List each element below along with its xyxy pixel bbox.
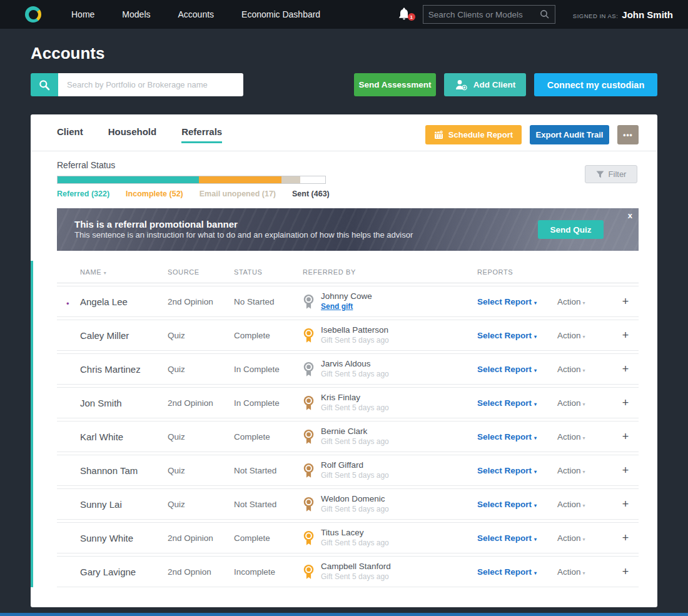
nav-item-economic-dashboard[interactable]: Economic Dashbard: [241, 9, 320, 19]
export-audit-trail-button[interactable]: Export Audit Trail: [530, 125, 609, 144]
referrer-sub[interactable]: Gift Sent 5 days ago: [321, 403, 389, 413]
add-client-button[interactable]: Add Client: [444, 73, 526, 96]
add-row-button[interactable]: +: [612, 565, 639, 578]
schedule-report-label: Schedule Report: [448, 130, 513, 139]
add-row-button[interactable]: +: [612, 363, 639, 376]
signed-in-area: SIGNED IN AS: John Smith: [573, 9, 673, 20]
status-cell: Complete: [234, 331, 303, 340]
action-dropdown[interactable]: Action▾: [557, 533, 612, 543]
referral-status-title: Referral Status: [57, 160, 639, 170]
referred-by-cell: Weldon Domenic Gift Sent 5 days ago: [303, 494, 477, 514]
nav-item-accounts[interactable]: Accounts: [178, 9, 215, 19]
schedule-report-button[interactable]: Schedule Report: [425, 125, 522, 144]
action-dropdown[interactable]: Action▾: [557, 466, 612, 475]
nav-item-models[interactable]: Models: [122, 9, 150, 19]
action-dropdown[interactable]: Action▾: [557, 365, 612, 374]
main-nav: Home Models Accounts Economic Dashbard: [71, 9, 320, 19]
referred-by-cell: Isebella Patterson Gift Sent 5 days ago: [303, 325, 477, 345]
select-report-link[interactable]: Select Report▾: [477, 466, 557, 475]
send-assessment-button[interactable]: Send Assessment: [354, 73, 436, 96]
column-header-source: SOURCE: [168, 268, 234, 276]
referral-status-section: Referral Status Referred (322)Incomplete…: [57, 151, 639, 198]
tab-client[interactable]: Client: [57, 126, 83, 143]
column-header-reports: REPORTS: [477, 268, 557, 276]
send-quiz-button[interactable]: Send Quiz: [538, 220, 604, 239]
search-icon-button[interactable]: [31, 73, 58, 96]
client-name: Sunny White: [80, 533, 133, 543]
referrer-sub[interactable]: Send gift: [321, 302, 372, 311]
user-name[interactable]: John Smith: [622, 9, 673, 20]
action-dropdown[interactable]: Action▾: [557, 432, 612, 442]
connect-custodian-button[interactable]: Connect my custodian: [534, 73, 657, 96]
banner-close-icon[interactable]: x: [628, 210, 632, 221]
client-name: Shannon Tam: [80, 465, 138, 476]
referrer-sub[interactable]: Gift Sent 5 days ago: [321, 437, 389, 447]
table-row: • Shannon Tam Quiz Not Started Rolf Giff…: [57, 455, 639, 486]
referrer-sub[interactable]: Gift Sent 5 days ago: [321, 336, 389, 345]
add-client-label: Add Client: [473, 80, 516, 89]
select-report-link[interactable]: Select Report▾: [477, 567, 557, 577]
tab-referrals[interactable]: Referrals: [181, 126, 222, 143]
action-dropdown[interactable]: Action▾: [557, 398, 612, 408]
column-header-status: STATUS: [234, 268, 303, 276]
select-report-link[interactable]: Select Report▾: [477, 432, 557, 442]
add-row-button[interactable]: +: [612, 396, 639, 410]
notifications-button[interactable]: 1: [398, 7, 412, 22]
add-row-button[interactable]: +: [612, 430, 639, 443]
brand-logo-icon[interactable]: [25, 6, 41, 23]
select-report-link[interactable]: Select Report▾: [477, 533, 557, 543]
signed-in-label: SIGNED IN AS:: [573, 13, 619, 19]
legend-referred: Referred (322): [57, 189, 109, 198]
tab-bar: Client Household Referrals: [57, 126, 222, 143]
add-row-button[interactable]: +: [612, 329, 639, 342]
source-cell: Quiz: [168, 432, 234, 442]
select-report-link[interactable]: Select Report▾: [477, 331, 557, 340]
select-report-link[interactable]: Select Report▾: [477, 297, 557, 306]
tab-household[interactable]: Household: [108, 126, 157, 143]
referrer-sub[interactable]: Gift Sent 5 days ago: [321, 538, 389, 548]
ellipsis-icon: •••: [623, 131, 633, 139]
more-options-button[interactable]: •••: [617, 125, 639, 144]
action-dropdown[interactable]: Action▾: [557, 297, 612, 306]
select-report-link[interactable]: Select Report▾: [477, 500, 557, 509]
source-cell: 2nd Opnion: [168, 567, 234, 577]
add-row-button[interactable]: +: [612, 532, 639, 545]
referred-by-cell: Jarvis Aldous Gift Sent 5 days ago: [303, 359, 477, 379]
calendar-icon: [434, 130, 443, 139]
add-row-button[interactable]: +: [612, 498, 639, 511]
filter-button[interactable]: Filter: [585, 165, 637, 183]
referrer-sub[interactable]: Gift Sent 5 days ago: [321, 370, 389, 379]
status-cell: In Complete: [234, 365, 303, 374]
medal-icon: [303, 395, 315, 411]
referred-by-cell: Bernie Clark Gift Sent 5 days ago: [303, 427, 477, 447]
status-cell: In Complete: [234, 398, 303, 408]
client-name-cell: • Karl White: [80, 432, 168, 442]
referrer-name: Campbell Stanford: [321, 562, 391, 572]
table-row: • Caley Miller Quiz Complete Isebella Pa…: [57, 320, 639, 351]
portfolio-search-input[interactable]: [58, 73, 243, 96]
nav-item-home[interactable]: Home: [71, 9, 94, 19]
referrer-sub[interactable]: Gift Sent 5 days ago: [321, 572, 391, 582]
status-cell: Not Started: [234, 466, 303, 475]
unread-dot-icon: •: [66, 299, 69, 308]
client-name: Angela Lee: [80, 296, 128, 307]
select-report-link[interactable]: Select Report▾: [477, 398, 557, 408]
referrer-sub[interactable]: Gift Sent 5 days ago: [321, 471, 389, 480]
action-dropdown[interactable]: Action▾: [557, 500, 612, 509]
action-dropdown[interactable]: Action▾: [557, 567, 612, 577]
referrer-sub[interactable]: Gift Sent 5 days ago: [321, 505, 389, 514]
portfolio-search: [31, 73, 243, 96]
medal-icon: [303, 463, 315, 478]
table-accent-stripe: [31, 261, 33, 587]
client-name-cell: • Shannon Tam: [80, 465, 168, 476]
action-dropdown[interactable]: Action▾: [557, 331, 612, 340]
referral-promo-banner: This is a referral promotional banner Th…: [57, 208, 639, 251]
column-header-name[interactable]: NAME ▾: [80, 268, 168, 276]
select-report-link[interactable]: Select Report▾: [477, 365, 557, 374]
global-search-input[interactable]: [428, 10, 540, 19]
add-row-button[interactable]: +: [612, 295, 639, 308]
filter-label: Filter: [609, 169, 627, 179]
add-row-button[interactable]: +: [612, 464, 639, 477]
medal-icon: [303, 361, 315, 377]
source-cell: Quiz: [168, 365, 234, 374]
